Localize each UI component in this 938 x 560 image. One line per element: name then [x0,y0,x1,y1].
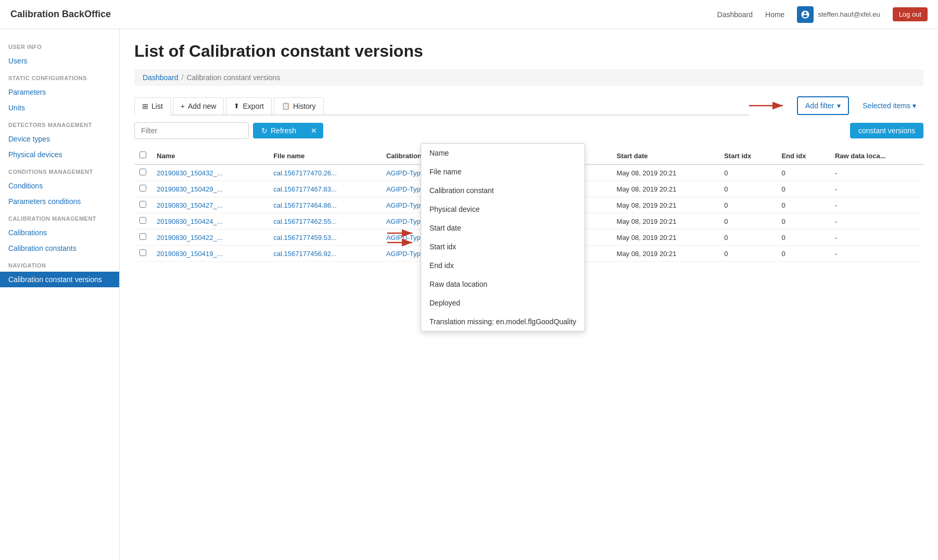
sidebar-section-title-static: STATIC CONFIGURATIONS [0,69,119,84]
cell-name-2: 20190830_150427_... [151,197,268,213]
refresh-group: ↻ Refresh ✕ [253,123,323,138]
dropdown-item-cal-constant[interactable]: Calibration constant [421,181,585,200]
toolbar: ⊞ List + Add new ⬆ Export 📋 History [134,97,749,116]
cell-raw-data-4: - [830,230,923,246]
cell-end-idx-3: 0 [776,213,830,230]
cell-start-date-5: May 08, 2019 20:21 [612,246,719,262]
clear-filter-button[interactable]: ✕ [305,123,323,138]
nav-dashboard[interactable]: Dashboard [717,10,753,19]
cell-filename-1: cal.1567177467.83... [268,181,381,197]
cell-end-idx-1: 0 [776,181,830,197]
add-filter-dropdown: Name File name Calibration constant Phys… [421,143,585,332]
cell-start-date-3: May 08, 2019 20:21 [612,213,719,230]
col-start-idx: Start idx [719,147,776,164]
sidebar-item-physical-devices[interactable]: Physical devices [0,147,119,162]
cell-filename-0: cal.1567177470.26... [268,164,381,181]
cell-raw-data-3: - [830,213,923,230]
export-ccv-button[interactable]: constant versions [850,123,923,138]
arrow-to-filter [749,98,791,113]
sidebar-section-user-info: USER INFO Users [0,37,119,69]
sidebar-item-calibrations[interactable]: Calibrations [0,225,119,240]
cell-raw-data-2: - [830,197,923,213]
cell-end-idx-4: 0 [776,230,830,246]
add-icon: + [181,102,185,110]
selected-items-button[interactable]: Selected items ▾ [855,97,923,114]
breadcrumb: Dashboard / Calibration constant version… [134,69,923,86]
user-icon [797,6,814,23]
row-checkbox-2[interactable] [140,201,146,208]
page-title: List of Calibration constant versions [134,42,923,61]
cell-raw-data-0: - [830,164,923,181]
cell-filename-2: cal.1567177464.86... [268,197,381,213]
sidebar-item-parameters-conditions[interactable]: Parameters conditions [0,194,119,209]
history-icon: 📋 [282,102,290,110]
sidebar-section-calibration: CALIBRATION MANAGEMENT Calibrations Cali… [0,209,119,256]
cell-start-idx-4: 0 [719,230,776,246]
cell-start-idx-3: 0 [719,213,776,230]
dropdown-item-end-idx[interactable]: End idx [421,256,585,275]
row-checkbox-5[interactable] [140,249,146,256]
cell-name-5: 20190830_150419_... [151,246,268,262]
sidebar-item-calibration-constants[interactable]: Calibration constants [0,240,119,256]
cell-start-idx-0: 0 [719,164,776,181]
tab-add-new[interactable]: + Add new [173,97,224,114]
row-checkbox-0[interactable] [140,169,146,175]
cell-end-idx-0: 0 [776,164,830,181]
dropdown-item-filename[interactable]: File name [421,162,585,181]
row-checkbox-3[interactable] [140,217,146,224]
refresh-button[interactable]: ↻ Refresh [253,123,305,138]
row-checkbox-1[interactable] [140,185,146,192]
col-name: Name [151,147,268,164]
cell-start-idx-2: 0 [719,197,776,213]
add-filter-button[interactable]: Add filter ▾ [797,96,849,115]
dropdown-item-physical-device[interactable]: Physical device [421,200,585,219]
cell-filename-3: cal.1567177462.55... [268,213,381,230]
cell-start-date-4: May 08, 2019 20:21 [612,230,719,246]
breadcrumb-dashboard[interactable]: Dashboard [143,73,179,82]
col-end-idx: End idx [776,147,830,164]
cell-start-date-2: May 08, 2019 20:21 [612,197,719,213]
col-raw-data: Raw data loca... [830,147,923,164]
col-filename: File name [268,147,381,164]
sidebar-section-title-calibration: CALIBRATION MANAGEMENT [0,209,119,225]
tab-export[interactable]: ⬆ Export [226,97,271,114]
sidebar-section-title-detectors: DETECTORS MANAGEMENT [0,116,119,131]
sidebar-item-units[interactable]: Units [0,100,119,116]
sidebar-item-device-types[interactable]: Device types [0,131,119,147]
cell-name-4: 20190830_150422_... [151,230,268,246]
filter-input[interactable] [134,122,249,139]
sidebar-item-users[interactable]: Users [0,53,119,69]
dropdown-item-flg-good-quality[interactable]: Translation missing: en.model.flgGoodQua… [421,312,585,331]
header-nav: Dashboard Home steffen.hauf@xfel.eu Log … [717,6,928,23]
breadcrumb-current: Calibration constant versions [186,73,280,82]
sidebar-item-ccv[interactable]: Calibration constant versions [0,272,119,287]
chevron-down-icon: ▾ [837,101,841,110]
cell-name-1: 20190830_150429_... [151,181,268,197]
filter-row: ↻ Refresh ✕ constant versions [134,122,923,139]
col-checkbox [134,147,151,164]
export-icon: ⬆ [234,102,239,110]
refresh-icon: ↻ [261,126,268,135]
row-checkbox-4[interactable] [140,233,146,240]
cell-name-3: 20190830_150424_... [151,213,268,230]
dropdown-item-start-date[interactable]: Start date [421,219,585,237]
arrow-to-start-date [387,228,416,238]
sidebar-item-parameters[interactable]: Parameters [0,84,119,100]
nav-home[interactable]: Home [765,10,784,19]
sidebar-section-conditions: CONDITIONS MANAGEMENT Conditions Paramet… [0,162,119,209]
dropdown-item-start-idx[interactable]: Start idx [421,237,585,256]
cell-start-date-0: May 08, 2019 20:21 [612,164,719,181]
cell-start-idx-1: 0 [719,181,776,197]
cell-end-idx-2: 0 [776,197,830,213]
user-info: steffen.hauf@xfel.eu [797,6,880,23]
dropdown-item-raw-data[interactable]: Raw data location [421,275,585,294]
tab-history[interactable]: 📋 History [274,97,324,114]
select-all-checkbox[interactable] [140,151,146,158]
dropdown-item-name[interactable]: Name [421,144,585,162]
sidebar-item-conditions[interactable]: Conditions [0,178,119,194]
tab-list[interactable]: ⊞ List [134,97,171,116]
sidebar-section-title-conditions: CONDITIONS MANAGEMENT [0,162,119,178]
sidebar-section-title-navigation: NAVIGATION [0,256,119,272]
logout-button[interactable]: Log out [893,7,928,21]
dropdown-item-deployed[interactable]: Deployed [421,294,585,312]
